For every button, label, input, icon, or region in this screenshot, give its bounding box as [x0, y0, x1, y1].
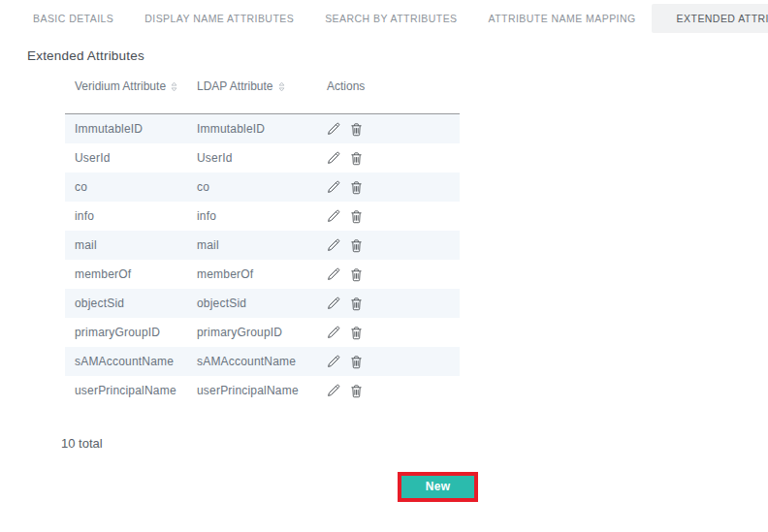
pencil-icon: [327, 240, 340, 255]
pencil-icon: [327, 298, 340, 313]
tab-basic-details[interactable]: BASIC DETAILS: [17, 4, 129, 33]
edit-button[interactable]: [327, 180, 340, 194]
edit-button[interactable]: [327, 238, 340, 252]
column-header-label: LDAP Attribute: [197, 79, 273, 93]
trash-icon: [350, 183, 363, 198]
ldap-attribute-cell: mail: [187, 238, 317, 252]
pencil-icon: [327, 386, 340, 400]
table-row: UserId UserId: [65, 143, 460, 172]
actions-cell: [317, 238, 460, 253]
actions-cell: [317, 326, 460, 340]
button-row: New: [0, 472, 768, 502]
ldap-attribute-cell: sAMAccountName: [187, 355, 317, 368]
delete-button[interactable]: [350, 355, 363, 369]
column-header: Actions: [317, 79, 460, 113]
delete-button[interactable]: [350, 209, 363, 224]
ldap-attribute-cell: userPrincipalName: [187, 384, 317, 397]
table-row: objectSid objectSid: [65, 289, 460, 318]
trash-icon: [350, 358, 363, 372]
pencil-icon: [327, 124, 340, 139]
veridium-attribute-cell: co: [65, 180, 187, 194]
ldap-attribute-cell: objectSid: [187, 297, 317, 310]
tab-search-by-attributes[interactable]: SEARCH BY ATTRIBUTES: [309, 4, 472, 33]
actions-cell: [317, 122, 460, 137]
trash-icon: [350, 299, 363, 314]
trash-icon: [350, 329, 363, 343]
edit-button[interactable]: [327, 267, 340, 281]
veridium-attribute-cell: UserId: [65, 151, 187, 165]
delete-button[interactable]: [350, 122, 363, 137]
veridium-attribute-cell: memberOf: [65, 267, 187, 281]
edit-button[interactable]: [327, 384, 340, 397]
ldap-attribute-cell: UserId: [187, 151, 317, 165]
veridium-attribute-cell: userPrincipalName: [65, 384, 187, 397]
extended-attributes-table: Veridium Attribute LDAP Attribute Action…: [65, 79, 460, 405]
actions-cell: [317, 355, 460, 369]
actions-cell: [317, 384, 460, 398]
pencil-icon: [327, 357, 340, 371]
table-row: sAMAccountName sAMAccountName: [65, 347, 460, 376]
veridium-attribute-cell: objectSid: [65, 297, 187, 310]
sort-arrows-icon: [278, 81, 285, 92]
delete-button[interactable]: [350, 326, 363, 340]
tab-display-name-attributes[interactable]: DISPLAY NAME ATTRIBUTES: [129, 4, 309, 33]
edit-button[interactable]: [327, 355, 340, 368]
pencil-icon: [327, 211, 340, 226]
trash-icon: [350, 125, 363, 140]
pencil-icon: [327, 153, 340, 168]
new-button-highlight-box: New: [398, 472, 478, 502]
delete-button[interactable]: [350, 267, 363, 282]
table-row: co co: [65, 172, 460, 202]
actions-cell: [317, 209, 460, 224]
column-header[interactable]: Veridium Attribute: [65, 79, 187, 113]
actions-cell: [317, 180, 460, 195]
total-count: 10 total: [61, 436, 768, 451]
actions-cell: [317, 267, 460, 282]
pencil-icon: [327, 182, 340, 197]
delete-button[interactable]: [350, 180, 363, 195]
tab-extended-attributes[interactable]: EXTENDED ATTRIBUTES: [652, 4, 768, 33]
actions-cell: [317, 297, 460, 311]
table-row: mail mail: [65, 231, 460, 260]
tab-attribute-name-mapping[interactable]: ATTRIBUTE NAME MAPPING: [473, 4, 652, 33]
veridium-attribute-cell: mail: [65, 238, 187, 252]
edit-button[interactable]: [327, 326, 340, 339]
delete-button[interactable]: [350, 384, 363, 398]
veridium-attribute-cell: primaryGroupID: [65, 326, 187, 339]
trash-icon: [350, 387, 363, 401]
ldap-attribute-cell: primaryGroupID: [187, 326, 317, 339]
sort-arrows-icon: [171, 81, 177, 92]
veridium-attribute-cell: info: [65, 209, 187, 223]
trash-icon: [350, 212, 363, 227]
trash-icon: [350, 270, 363, 285]
delete-button[interactable]: [350, 238, 363, 253]
column-header-label: Actions: [327, 79, 365, 93]
table-body: ImmutableID ImmutableID UserId UserId: [65, 114, 460, 405]
delete-button[interactable]: [350, 151, 363, 166]
edit-button[interactable]: [327, 122, 340, 136]
trash-icon: [350, 241, 363, 256]
ldap-attribute-cell: info: [187, 209, 317, 223]
table-row: info info: [65, 202, 460, 231]
table-header-row: Veridium Attribute LDAP Attribute Action…: [65, 79, 460, 114]
actions-cell: [317, 151, 460, 166]
pencil-icon: [327, 328, 340, 342]
pencil-icon: [327, 269, 340, 284]
table-row: primaryGroupID primaryGroupID: [65, 318, 460, 347]
veridium-attribute-cell: sAMAccountName: [65, 355, 187, 368]
column-header-label: Veridium Attribute: [75, 79, 166, 93]
ldap-attribute-cell: co: [187, 180, 317, 194]
edit-button[interactable]: [327, 151, 340, 165]
edit-button[interactable]: [327, 209, 340, 223]
delete-button[interactable]: [350, 297, 363, 311]
column-header[interactable]: LDAP Attribute: [187, 79, 317, 113]
ldap-attribute-cell: ImmutableID: [187, 122, 317, 136]
tab-bar: BASIC DETAILSDISPLAY NAME ATTRIBUTESSEAR…: [0, 0, 768, 36]
trash-icon: [350, 154, 363, 169]
table-row: memberOf memberOf: [65, 260, 460, 289]
table-row: userPrincipalName userPrincipalName: [65, 376, 460, 405]
new-button[interactable]: New: [401, 476, 474, 498]
edit-button[interactable]: [327, 297, 340, 310]
page-title: Extended Attributes: [27, 48, 768, 63]
extended-attributes-page: BASIC DETAILSDISPLAY NAME ATTRIBUTESSEAR…: [0, 0, 768, 502]
